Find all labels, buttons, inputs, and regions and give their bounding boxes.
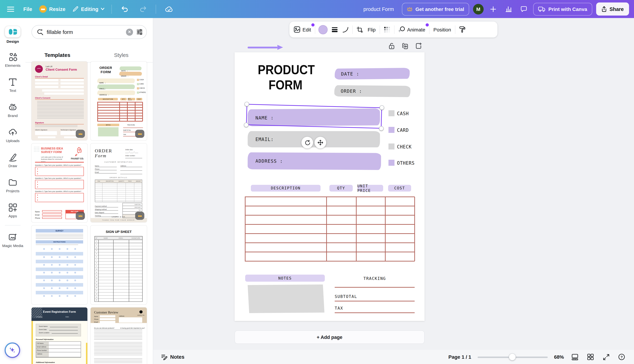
template-search-input[interactable]: fillable form ✕ (32, 25, 147, 39)
notes-header-chip[interactable]: NOTES (245, 274, 325, 282)
print-with-canva-button[interactable]: Print with Canva (533, 3, 592, 15)
filter-sliders-icon[interactable] (136, 29, 143, 35)
order-brush-field[interactable]: ORDER : (334, 85, 411, 97)
comments-button[interactable] (518, 3, 529, 15)
move-handle[interactable] (314, 137, 326, 148)
clear-search-button[interactable]: ✕ (126, 28, 133, 36)
template-business-survey-form[interactable]: BUSINESS IDEA SURVEY FORM Let's take par… (32, 144, 87, 222)
resize-handle-top-right[interactable] (380, 105, 384, 110)
unit-price-header-chip[interactable]: UNIT PRICE (357, 185, 383, 192)
cloud-save-status-button[interactable] (163, 3, 174, 15)
crop-button[interactable] (356, 25, 364, 34)
share-button[interactable]: Share (596, 2, 629, 16)
add-page-icon-button[interactable] (415, 42, 422, 50)
file-menu-button[interactable]: File (23, 6, 32, 12)
get-free-trial-button[interactable]: Get another free trial (402, 3, 469, 15)
email-brush-field[interactable]: EMAIL: (248, 131, 380, 147)
sidebar-item-apps[interactable]: Apps (0, 198, 26, 223)
rotate-handle[interactable] (301, 137, 313, 148)
selection-frame[interactable] (246, 104, 382, 129)
cost-header-chip[interactable]: COST (388, 185, 411, 192)
editing-mode-dropdown[interactable]: Editing (73, 6, 104, 12)
question-label: Question 3: Type here your question. Whi… (35, 190, 84, 192)
grid-view-button[interactable] (586, 352, 595, 362)
sidebar-item-uploads[interactable]: Uploads (0, 123, 26, 148)
element-color-swatch[interactable] (319, 25, 328, 34)
resize-handle-top-left[interactable] (244, 102, 249, 106)
header-band: Event Registration Form Company: Date: (32, 308, 87, 321)
transparency-button[interactable] (383, 25, 391, 34)
field-label: Email (35, 214, 40, 216)
insights-button[interactable] (503, 3, 514, 15)
line-weight-button[interactable] (331, 26, 339, 34)
sidebar-item-text[interactable]: Text (0, 72, 26, 98)
resize-handle-bottom-right[interactable] (379, 126, 384, 131)
resize-button[interactable]: Resize (39, 5, 66, 13)
table-cell (327, 252, 356, 261)
line-curve-button[interactable] (342, 25, 349, 34)
template-results-grid: Lash Lift Client Consent Form Client's D… (32, 62, 147, 364)
sidebar-item-elements[interactable]: Elements (0, 47, 26, 72)
signup-table: N°NAMEEMAILSIGNATURE 1234567891011121314… (95, 236, 143, 302)
items-table[interactable] (245, 196, 415, 262)
template-brand: Lash Lift (46, 66, 52, 68)
redo-button[interactable] (137, 3, 149, 15)
sidebar-item-brand[interactable]: co Brand (0, 98, 26, 123)
template-event-registration[interactable]: Event Registration Form Company: Date: E… (32, 308, 87, 364)
animate-button[interactable]: Animate (398, 25, 426, 34)
duplicate-page-button[interactable] (401, 42, 409, 50)
edit-image-button[interactable]: Edit (293, 25, 312, 34)
template-signup-sheet[interactable]: SIGN UP SHEET N°NAMEEMAILSIGNATURE 12345… (91, 226, 147, 304)
template-customer-review[interactable]: Customer Review Larana, Inc. Name Phone … (91, 308, 147, 364)
template-order-form-green[interactable]: ORDER FORM DATE : ORDER : NAME : EMAIL: … (91, 62, 147, 140)
fullscreen-button[interactable] (601, 352, 611, 362)
resize-handle-bottom-left[interactable] (244, 123, 249, 128)
sidebar-label: Projects (6, 189, 20, 193)
input-field (61, 79, 84, 81)
hamburger-menu-button[interactable] (5, 3, 16, 15)
undo-button[interactable] (119, 3, 130, 15)
help-button[interactable]: ? (617, 352, 626, 362)
add-page-button[interactable]: + Add page (235, 330, 425, 344)
sidebar-item-magic-media[interactable]: Magic Media (0, 228, 26, 253)
notes-toggle-button[interactable]: Notes (161, 354, 184, 360)
sidebar-item-design[interactable]: Design (0, 22, 26, 47)
tab-styles[interactable]: Styles (89, 48, 153, 62)
input-field (100, 315, 115, 317)
form-title[interactable]: PRODUCT FORM (258, 62, 313, 93)
user-avatar[interactable]: M (473, 4, 484, 14)
template-client-consent-form[interactable]: Lash Lift Client Consent Form Client's D… (32, 62, 87, 140)
template-order-form-elegant[interactable]: ORDER Form Order date: ____ / ____ / ___… (91, 144, 147, 222)
add-member-button[interactable] (488, 3, 499, 15)
others-checkbox[interactable] (389, 160, 395, 166)
design-page[interactable]: PRODUCT FORM DATE : ORDER : NAME : EMAIL… (235, 52, 425, 321)
table-cell (385, 206, 415, 215)
table-cell (245, 197, 327, 206)
flip-button[interactable]: Flip (367, 25, 376, 34)
position-button[interactable]: Position (433, 25, 452, 34)
signup-table-header: N°NAMEEMAILSIGNATURE (95, 236, 142, 240)
zoom-slider[interactable] (478, 354, 548, 360)
input-field (42, 217, 62, 219)
check-checkbox[interactable] (389, 144, 395, 150)
document-title[interactable]: product Form (363, 6, 394, 12)
zoom-slider-thumb[interactable] (509, 354, 516, 360)
tab-templates[interactable]: Templates (26, 48, 89, 62)
canvas-workspace[interactable]: Edit Flip (153, 18, 634, 350)
qty-header-chip[interactable]: QTY (329, 185, 353, 192)
pages-view-button[interactable] (570, 352, 579, 362)
sidebar-item-draw[interactable]: Draw (0, 148, 26, 173)
sidebar-item-projects[interactable]: Projects (0, 173, 26, 198)
table-cell (327, 243, 356, 252)
canva-assistant-button[interactable] (5, 342, 20, 358)
address-brush-field[interactable]: ADDRESS : (248, 152, 381, 170)
date-brush-field[interactable]: DATE : (335, 68, 410, 80)
unlock-page-button[interactable] (388, 42, 396, 50)
card-checkbox[interactable] (389, 127, 395, 133)
notes-box[interactable] (248, 284, 325, 313)
cash-checkbox[interactable] (389, 110, 395, 116)
copy-style-button[interactable] (459, 25, 466, 34)
template-survey-blue[interactable]: SURVEY INSTRUCTIONS (32, 226, 87, 304)
description-header-chip[interactable]: DESCRIPTION (251, 185, 321, 192)
customer-fields-left: Name: Phone: Email: (95, 164, 117, 174)
